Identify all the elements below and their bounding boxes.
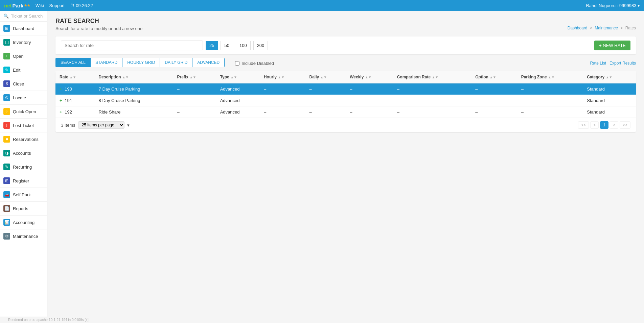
row-cell: – [393, 106, 471, 118]
search-icon: 🔍 [3, 14, 9, 19]
footer: Rendered on prod-apache-10-1-21-194 in 0… [0, 317, 644, 323]
col-parking-zone[interactable]: Parking Zone ▲▼ [517, 71, 583, 83]
sidebar-item-edit[interactable]: ✎ Edit [0, 63, 47, 77]
table-row[interactable]: + 192Ride Share–Advanced––––––Standard [55, 106, 636, 118]
sidebar-item-reservations[interactable]: ■ Reservations [0, 132, 47, 146]
rate-table: Rate ▲▼ Description ▲▼ Prefix ▲▼ Type ▲▼… [55, 71, 636, 118]
sidebar-item-maintenance[interactable]: ⚙ Maintenance [0, 229, 47, 243]
sort-prefix: ▲▼ [189, 75, 196, 79]
edit-icon: ✎ [3, 67, 10, 73]
sidebar-label-quickopen: Quick Open [13, 109, 36, 114]
page-header: RATE SEARCH Search for a rate to modify … [55, 18, 636, 31]
col-weekly[interactable]: Weekly ▲▼ [346, 71, 393, 83]
filter-search-all[interactable]: SEARCH ALL [55, 58, 91, 67]
sidebar-item-selfpark[interactable]: 🚗 Self Park [0, 188, 47, 202]
include-disabled-checkbox[interactable] [235, 61, 239, 66]
row-cell: – [517, 106, 583, 118]
reservations-icon: ■ [3, 136, 10, 143]
page-size-200[interactable]: 200 [253, 41, 268, 50]
page-size-100[interactable]: 100 [236, 41, 251, 50]
rate-list-link[interactable]: Rate List [590, 61, 606, 66]
sidebar-label-recurring: Recurring [13, 165, 32, 170]
sidebar-item-accounts[interactable]: ◑ Accounts [0, 146, 47, 160]
col-hourly[interactable]: Hourly ▲▼ [260, 71, 305, 83]
sidebar-item-close[interactable]: $ Close [0, 77, 47, 91]
locate-icon: ⊙ [3, 94, 10, 101]
breadcrumb-dashboard[interactable]: Dashboard [568, 26, 588, 30]
filter-standard[interactable]: STANDARD [90, 58, 122, 67]
sort-category: ▲▼ [606, 75, 613, 79]
wiki-link[interactable]: Wiki [36, 3, 44, 8]
filter-advanced[interactable]: ADVANCED [192, 58, 225, 67]
sidebar-item-quickopen[interactable]: ⚡ Quick Open [0, 105, 47, 119]
register-icon: ⊞ [3, 177, 10, 184]
col-type[interactable]: Type ▲▼ [216, 71, 260, 83]
row-add-cell: + 191 [55, 95, 95, 106]
clock-icon: ⏱ [70, 3, 74, 8]
search-input[interactable] [61, 41, 203, 50]
row-cell: Standard [583, 95, 636, 106]
row-cell: – [471, 106, 517, 118]
table-header-row: Rate ▲▼ Description ▲▼ Prefix ▲▼ Type ▲▼… [55, 71, 636, 83]
sidebar-item-dashboard[interactable]: ⊞ Dashboard [0, 22, 47, 35]
support-link[interactable]: Support [49, 3, 65, 8]
sidebar-item-recurring[interactable]: ↻ Recurring [0, 160, 47, 174]
search-bar[interactable]: 🔍 Ticket or Search [0, 11, 47, 22]
row-cell: – [471, 83, 517, 95]
sidebar-item-inventory[interactable]: ◫ Inventory [0, 35, 47, 49]
col-category[interactable]: Category ▲▼ [583, 71, 636, 83]
selfpark-icon: 🚗 [3, 191, 10, 198]
table-row[interactable]: + 1918 Day Cruise Parking–Advanced––––––… [55, 95, 636, 106]
sidebar-label-locate: Locate [13, 95, 26, 100]
include-disabled-label[interactable]: Include Disabled [235, 61, 274, 66]
col-description[interactable]: Description ▲▼ [95, 71, 173, 83]
sidebar: 🔍 Ticket or Search ⊞ Dashboard ◫ Invento… [0, 11, 47, 317]
top-nav: netPark★★ Wiki Support ⏱ 09:26:22 Rahul … [0, 0, 644, 11]
sort-type: ▲▼ [230, 75, 237, 79]
logo-stars: ★★ [24, 4, 30, 7]
inventory-icon: ◫ [3, 39, 10, 46]
row-cell: Advanced [216, 106, 260, 118]
accounting-icon: 📊 [3, 219, 10, 226]
sidebar-item-lostticket[interactable]: ! Lost Ticket [0, 119, 47, 132]
table-row[interactable]: + 1907 Day Cruise Parking–Advanced––––––… [55, 83, 636, 95]
row-cell: Standard [583, 83, 636, 95]
sidebar-item-reports[interactable]: 📄 Reports [0, 202, 47, 216]
close-icon: $ [3, 80, 10, 87]
main-content: Dashboard > Maintenance > Rates RATE SEA… [47, 11, 644, 317]
add-row-icon[interactable]: + [60, 86, 62, 92]
export-results-link[interactable]: Export Results [610, 61, 636, 66]
sort-weekly: ▲▼ [365, 75, 372, 79]
col-comparison-rate[interactable]: Comparison Rate ▲▼ [393, 71, 471, 83]
col-rate[interactable]: Rate ▲▼ [55, 71, 95, 83]
row-cell: – [393, 95, 471, 106]
per-page-arrow[interactable]: ▾ [127, 123, 130, 128]
current-page-btn[interactable]: 1 [600, 121, 608, 129]
col-option[interactable]: Option ▲▼ [471, 71, 517, 83]
sort-hourly: ▲▼ [278, 75, 284, 79]
row-cell: – [471, 95, 517, 106]
last-page-btn[interactable]: >> [620, 121, 630, 129]
sidebar-item-register[interactable]: ⊞ Register [0, 174, 47, 188]
sort-description: ▲▼ [122, 75, 129, 79]
col-daily[interactable]: Daily ▲▼ [305, 71, 346, 83]
col-prefix[interactable]: Prefix ▲▼ [173, 71, 216, 83]
breadcrumb-maintenance[interactable]: Maintenance [595, 26, 618, 30]
page-size-25[interactable]: 25 [206, 41, 218, 50]
prev-page-btn[interactable]: < [590, 121, 599, 129]
filter-daily-grid[interactable]: DAILY GRID [160, 58, 192, 67]
sidebar-item-accounting[interactable]: 📊 Accounting [0, 216, 47, 229]
page-size-50[interactable]: 50 [221, 41, 233, 50]
first-page-btn[interactable]: << [578, 121, 589, 129]
per-page-select[interactable]: 25 items per page 50 items per page 100 … [78, 121, 124, 129]
next-page-btn[interactable]: > [610, 121, 618, 129]
filter-hourly-grid[interactable]: HOURLY GRID [122, 58, 160, 67]
add-row-icon[interactable]: + [60, 109, 62, 115]
user-menu[interactable]: Rahul Nugooru · 9999983 ▾ [586, 3, 640, 8]
sidebar-item-open[interactable]: + Open [0, 49, 47, 63]
sidebar-item-locate[interactable]: ⊙ Locate [0, 91, 47, 105]
logo-park: Park [13, 3, 24, 8]
new-rate-button[interactable]: + NEW RATE [594, 41, 630, 50]
row-cell: – [393, 83, 471, 95]
add-row-icon[interactable]: + [60, 98, 62, 103]
